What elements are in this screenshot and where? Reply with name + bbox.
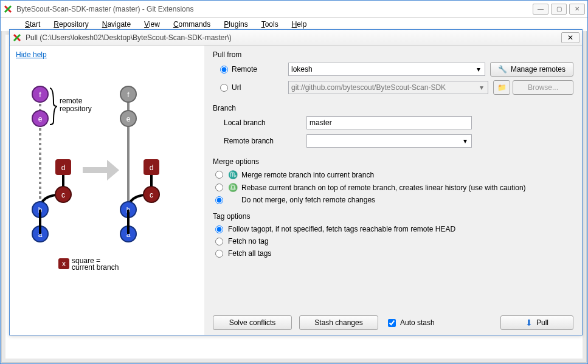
pull-from-label: Pull from (213, 50, 573, 59)
menu-help[interactable]: Help (286, 19, 313, 30)
manage-remotes-label: Manage remotes (511, 65, 566, 74)
svg-text:e: e (38, 115, 43, 123)
tag-option-none-label: Fetch no tag (228, 237, 269, 246)
url-radio[interactable] (220, 84, 228, 92)
form-pane: Pull from Remote lokesh▾ 🔧Manage remotes… (204, 46, 582, 335)
window-buttons: — ▢ ✕ (533, 4, 585, 15)
dialog-titlebar: Pull (C:\Users\lokesh02\Desktop\ByteScou… (10, 30, 582, 46)
pull-arrow-icon: ⬇ (525, 318, 533, 328)
merge-option-merge-label: Merge remote branch into current branch (241, 171, 374, 179)
merge-option-fetch[interactable] (215, 196, 223, 204)
auto-stash-checkbox[interactable]: Auto stash (386, 317, 435, 329)
chevron-down-icon: ▾ (474, 64, 483, 74)
url-combo-value: git://github.com/bytescout/ByteScout-Sca… (291, 83, 446, 92)
dialog-title: Pull (C:\Users\lokesh02\Desktop\ByteScou… (26, 33, 561, 42)
chevron-down-icon: ▾ (460, 136, 470, 146)
main-window-title: ByteScout-Scan-SDK-master (master) - Git… (16, 5, 533, 13)
tag-option-none[interactable] (215, 238, 223, 246)
app-icon (12, 33, 22, 43)
pull-button-label: Pull (536, 318, 548, 327)
local-branch-input[interactable]: master (306, 116, 472, 129)
remote-branch-label: Remote branch (224, 137, 274, 145)
folder-icon-button: 📁 (493, 80, 510, 95)
manage-remotes-button[interactable]: 🔧Manage remotes (490, 62, 573, 77)
svg-text:c: c (61, 191, 65, 199)
auto-stash-label: Auto stash (400, 318, 435, 327)
solve-conflicts-button[interactable]: Solve conflicts (213, 315, 292, 330)
rebase-icon: ♎ (228, 183, 237, 192)
browse-label: Browse... (528, 83, 558, 92)
close-button[interactable]: ✕ (569, 4, 585, 15)
svg-text:current branch: current branch (72, 263, 119, 272)
tag-option-follow[interactable] (215, 225, 223, 233)
menu-plugins[interactable]: Plugins (218, 19, 254, 30)
stash-changes-label: Stash changes (314, 318, 362, 327)
dialog-bottom-row: Solve conflicts Stash changes Auto stash… (213, 309, 573, 330)
menu-tools[interactable]: Tools (255, 19, 285, 30)
dialog-close-button[interactable]: ✕ (561, 32, 579, 43)
merge-option-fetch-label: Do not merge, only fetch remote changes (241, 196, 375, 204)
local-branch-value: master (310, 118, 332, 127)
remote-combo[interactable]: lokesh▾ (288, 63, 485, 76)
tag-option-follow-label: Follow tagopt, if not specified, fetch t… (228, 225, 455, 233)
main-titlebar: ByteScout-Scan-SDK-master (master) - Git… (1, 1, 587, 18)
svg-text:x: x (62, 259, 66, 268)
svg-text:d: d (61, 163, 66, 172)
pull-button[interactable]: ⬇Pull (500, 315, 573, 330)
merge-option-merge[interactable] (215, 171, 223, 179)
help-pane: Hide help f e d c b a remote (10, 46, 204, 335)
menu-navigate[interactable]: Navigate (96, 19, 137, 30)
maximize-button[interactable]: ▢ (551, 4, 567, 15)
merge-option-rebase[interactable] (215, 184, 223, 191)
url-radio-label: Url (232, 83, 241, 92)
remote-combo-value: lokesh (291, 65, 313, 74)
remote-radio[interactable] (220, 66, 228, 74)
hide-help-link[interactable]: Hide help (10, 46, 204, 64)
menu-commands[interactable]: Commands (167, 19, 216, 30)
minimize-button[interactable]: — (533, 4, 548, 15)
remote-radio-label: Remote (232, 65, 257, 74)
svg-text:e: e (126, 115, 131, 123)
chevron-down-icon: ▾ (477, 83, 486, 92)
branch-label: Branch (213, 104, 573, 112)
help-diagram: f e d c b a remote repository (10, 64, 204, 335)
solve-conflicts-label: Solve conflicts (229, 318, 276, 327)
tag-option-all[interactable] (215, 250, 223, 258)
merge-options-label: Merge options (213, 157, 573, 166)
svg-text:repository: repository (60, 105, 92, 113)
tag-option-all-label: Fetch all tags (228, 249, 271, 258)
menu-view[interactable]: View (138, 19, 166, 30)
remotes-icon: 🔧 (498, 65, 507, 74)
svg-text:remote: remote (60, 97, 83, 105)
url-combo: git://github.com/bytescout/ByteScout-Sca… (288, 81, 488, 94)
remote-branch-combo[interactable]: ▾ (306, 134, 472, 148)
merge-icon: ♏ (228, 170, 237, 179)
browse-button: Browse... (513, 80, 573, 95)
local-branch-label: Local branch (224, 118, 266, 127)
merge-option-rebase-label: Rebase current branch on top of remote b… (241, 184, 526, 192)
pull-dialog: Pull (C:\Users\lokesh02\Desktop\ByteScou… (9, 29, 583, 335)
menu-repository[interactable]: Repository (47, 19, 94, 30)
svg-text:d: d (150, 163, 154, 172)
app-icon (3, 4, 13, 14)
menu-start[interactable]: Start (19, 19, 46, 30)
svg-text:c: c (150, 191, 153, 199)
stash-changes-button[interactable]: Stash changes (299, 315, 378, 330)
tag-options-label: Tag options (213, 212, 573, 221)
